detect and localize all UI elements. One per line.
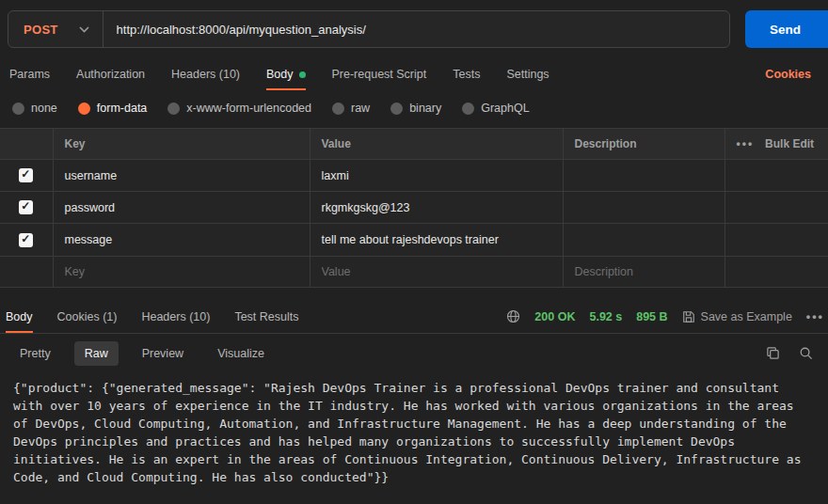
cell-value[interactable]: tell me about rajeshdevops trainer: [310, 224, 563, 256]
cell-description[interactable]: [563, 224, 724, 256]
tab-body-label: Body: [266, 68, 294, 81]
new-description-input[interactable]: [575, 265, 713, 278]
copy-icon[interactable]: [766, 346, 780, 360]
body-type-binary[interactable]: binary: [390, 102, 441, 115]
send-button[interactable]: Send: [745, 10, 828, 48]
table-row-empty: [0, 256, 828, 287]
body-type-none[interactable]: none: [12, 102, 57, 115]
bulk-edit-button[interactable]: Bulk Edit: [765, 137, 814, 150]
body-type-raw[interactable]: raw: [332, 102, 370, 115]
tab-body[interactable]: Body: [266, 58, 306, 90]
method-label: POST: [24, 23, 58, 37]
cell-key[interactable]: username: [53, 160, 310, 192]
view-preview-button[interactable]: Preview: [132, 341, 194, 366]
empty-checkbox-cell: [0, 256, 53, 287]
tab-authorization[interactable]: Authorization: [76, 58, 145, 90]
radio-icon: [12, 102, 24, 115]
cell-value[interactable]: laxmi: [310, 160, 563, 192]
radio-icon: [167, 102, 180, 115]
view-visualize-button[interactable]: Visualize: [207, 341, 275, 366]
save-as-example-label: Save as Example: [701, 310, 792, 323]
radio-label: x-www-form-urlencoded: [186, 102, 311, 115]
more-options-icon[interactable]: •••: [737, 137, 755, 150]
cell-actions: [724, 160, 828, 192]
request-tabs: Params Authorization Headers (10) Body P…: [0, 58, 828, 90]
response-tab-body[interactable]: Body: [6, 301, 33, 333]
cell-description[interactable]: [563, 160, 724, 192]
body-type-form-data[interactable]: form-data: [78, 102, 148, 115]
cell-key[interactable]: password: [53, 192, 310, 224]
table-row: message tell me about rajeshdevops train…: [0, 224, 828, 256]
header-description: Description: [563, 129, 724, 160]
radio-label: none: [31, 102, 57, 115]
row-checkbox[interactable]: [19, 200, 33, 214]
save-as-example-button[interactable]: Save as Example: [682, 310, 792, 323]
tab-tests[interactable]: Tests: [453, 58, 480, 90]
header-value: Value: [310, 129, 563, 160]
cell-actions: [724, 256, 828, 287]
status-badge: 200 OK: [534, 310, 575, 323]
response-size: 895 B: [636, 310, 667, 323]
row-checkbox[interactable]: [19, 233, 33, 247]
network-globe-icon[interactable]: [506, 309, 520, 323]
table-header-row: Key Value Description ••• Bulk Edit: [0, 129, 828, 160]
view-pretty-button[interactable]: Pretty: [9, 341, 61, 366]
table-row: password rkgmkgskg@123: [0, 192, 828, 224]
method-dropdown[interactable]: POST: [8, 11, 104, 47]
cell-key[interactable]: message: [53, 224, 310, 256]
search-icon[interactable]: [799, 346, 813, 360]
radio-label: raw: [351, 102, 370, 115]
body-type-graphql[interactable]: GraphQL: [462, 102, 529, 115]
radio-label: binary: [409, 102, 441, 115]
response-tab-headers[interactable]: Headers (10): [141, 301, 210, 333]
header-actions: ••• Bulk Edit: [724, 129, 828, 160]
tab-settings[interactable]: Settings: [506, 58, 549, 90]
radio-icon: [332, 102, 344, 115]
body-type-x-www-form-urlencoded[interactable]: x-www-form-urlencoded: [167, 102, 311, 115]
new-value-input[interactable]: [322, 265, 551, 278]
cell-actions: [724, 192, 828, 224]
cookies-link[interactable]: Cookies: [765, 68, 811, 81]
response-time: 5.92 s: [589, 310, 622, 323]
url-box: POST: [8, 10, 730, 48]
header-checkbox-cell: [0, 129, 53, 160]
radio-icon: [78, 102, 90, 115]
view-raw-button[interactable]: Raw: [74, 341, 119, 366]
response-body-text[interactable]: {"product": {"generated_message": "Rajes…: [0, 373, 828, 486]
tab-params[interactable]: Params: [9, 58, 50, 90]
new-key-input[interactable]: [65, 265, 298, 278]
form-data-table: Key Value Description ••• Bulk Edit user…: [0, 128, 828, 288]
response-tab-cookies[interactable]: Cookies (1): [57, 301, 118, 333]
response-view-toolbar: Pretty Raw Preview Visualize: [0, 334, 828, 373]
table-row: username laxmi: [0, 160, 828, 192]
cell-actions: [724, 224, 828, 256]
row-checkbox[interactable]: [19, 168, 33, 182]
save-icon: [682, 310, 695, 323]
url-input[interactable]: [104, 23, 729, 37]
cell-description[interactable]: [563, 192, 724, 224]
response-tabs: Body Cookies (1) Headers (10) Test Resul…: [0, 301, 828, 334]
body-type-selector: none form-data x-www-form-urlencoded raw…: [0, 90, 828, 126]
radio-icon: [462, 102, 474, 115]
request-bar: POST Send: [0, 0, 828, 58]
radio-label: form-data: [97, 102, 148, 115]
chevron-down-icon: [79, 26, 89, 33]
radio-icon: [390, 102, 403, 115]
cell-value[interactable]: rkgmkgskg@123: [310, 192, 563, 224]
response-meta: 200 OK 5.92 s 895 B Save as Example •••: [506, 309, 815, 323]
radio-label: GraphQL: [481, 102, 529, 115]
tab-pre-request-script[interactable]: Pre-request Script: [332, 58, 427, 90]
response-body-actions: [766, 346, 813, 360]
body-has-content-dot: [299, 71, 306, 78]
response-tab-test-results[interactable]: Test Results: [234, 301, 298, 333]
response-more-options-icon[interactable]: •••: [806, 310, 824, 323]
header-key: Key: [53, 129, 310, 160]
tab-headers[interactable]: Headers (10): [171, 58, 240, 90]
